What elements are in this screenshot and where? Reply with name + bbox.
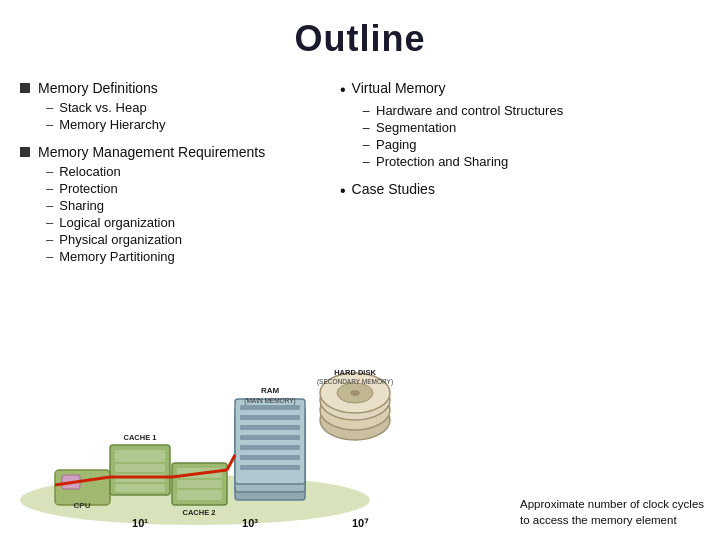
main-bullet-text-2: Memory Management Requirements bbox=[38, 144, 265, 160]
section-memory-definitions: Memory Definitions – Stack vs. Heap – Me… bbox=[20, 80, 330, 132]
cache1-label: CACHE 1 bbox=[124, 433, 157, 442]
svg-rect-5 bbox=[115, 464, 165, 472]
main-bullet-1: Memory Definitions bbox=[20, 80, 330, 96]
svg-rect-7 bbox=[115, 484, 165, 492]
sub-text-physical: Physical organization bbox=[59, 232, 182, 247]
right-dot-1: • bbox=[340, 80, 346, 99]
sub-text-protection: Protection bbox=[59, 181, 118, 196]
sub-text-sharing: Sharing bbox=[59, 198, 104, 213]
right-sub-protection: ‒ Protection and Sharing bbox=[362, 154, 710, 169]
main-bullet-text-1: Memory Definitions bbox=[38, 80, 158, 96]
dash-r: – bbox=[46, 164, 53, 179]
sub-text-relocation: Relocation bbox=[59, 164, 120, 179]
pow7-label: 10⁷ bbox=[352, 517, 369, 529]
svg-rect-14 bbox=[235, 399, 305, 484]
pow1-label: 10¹ bbox=[132, 517, 148, 529]
svg-rect-18 bbox=[240, 435, 300, 440]
sub-text-partitioning: Memory Partitioning bbox=[59, 249, 175, 264]
sub-item-stack: – Stack vs. Heap bbox=[46, 100, 330, 115]
dash-icon: – bbox=[46, 100, 53, 115]
right-main-text-1: Virtual Memory bbox=[352, 80, 446, 96]
section-case-studies: • Case Studies bbox=[340, 181, 710, 200]
right-dash-3: ‒ bbox=[362, 137, 370, 152]
svg-line-30 bbox=[227, 455, 235, 470]
svg-rect-21 bbox=[240, 465, 300, 470]
cpu-label: CPU bbox=[74, 501, 91, 510]
sub-item-protection: – Protection bbox=[46, 181, 330, 196]
sub-item-sharing: – Sharing bbox=[46, 198, 330, 213]
dash-s: – bbox=[46, 198, 53, 213]
slide-title: Outline bbox=[0, 0, 720, 70]
section-virtual-memory: • Virtual Memory ‒ Hardware and control … bbox=[340, 80, 710, 169]
svg-rect-4 bbox=[115, 450, 165, 462]
sub-text-logical: Logical organization bbox=[59, 215, 175, 230]
right-sub-segmentation: ‒ Segmentation bbox=[362, 120, 710, 135]
right-dash-4: ‒ bbox=[362, 154, 370, 169]
right-sub-text-protect: Protection and Sharing bbox=[376, 154, 508, 169]
ram-sub-label: (MAIN MEMORY) bbox=[244, 397, 296, 405]
memory-hierarchy-diagram: CPU CACHE 1 CACHE 2 bbox=[10, 315, 410, 530]
svg-rect-16 bbox=[240, 415, 300, 420]
section-memory-mgmt: Memory Management Requirements – Relocat… bbox=[20, 144, 330, 264]
main-bullet-2: Memory Management Requirements bbox=[20, 144, 330, 160]
right-dash-2: ‒ bbox=[362, 120, 370, 135]
sub-item-relocation: – Relocation bbox=[46, 164, 330, 179]
sub-text-stack: Stack vs. Heap bbox=[59, 100, 146, 115]
right-sub-text-seg: Segmentation bbox=[376, 120, 456, 135]
ram-blocks bbox=[235, 399, 305, 500]
sub-text-hierarchy: Memory Hierarchy bbox=[59, 117, 165, 132]
diagram-area: CPU CACHE 1 CACHE 2 bbox=[10, 315, 410, 530]
harddisk-sub-label: (SECONDARY MEMORY) bbox=[317, 378, 393, 386]
right-dash-1: ‒ bbox=[362, 103, 370, 118]
bullet-icon-1 bbox=[20, 83, 30, 93]
svg-rect-10 bbox=[177, 480, 222, 488]
dash-l: – bbox=[46, 215, 53, 230]
dash-p: – bbox=[46, 181, 53, 196]
sub-item-partitioning: – Memory Partitioning bbox=[46, 249, 330, 264]
right-bullet-case: • Case Studies bbox=[340, 181, 710, 200]
dash-icon-2: – bbox=[46, 117, 53, 132]
dash-ph: – bbox=[46, 232, 53, 247]
svg-rect-20 bbox=[240, 455, 300, 460]
slide: Outline Memory Definitions – Stack vs. H… bbox=[0, 0, 720, 540]
right-main-text-2: Case Studies bbox=[352, 181, 435, 197]
approx-text: Approximate number of clock cycles to ac… bbox=[520, 496, 710, 528]
sub-item-logical: – Logical organization bbox=[46, 215, 330, 230]
ram-label: RAM bbox=[261, 386, 280, 395]
pow3-label: 10³ bbox=[242, 517, 258, 529]
sub-item-physical: – Physical organization bbox=[46, 232, 330, 247]
svg-rect-17 bbox=[240, 425, 300, 430]
bullet-icon-2 bbox=[20, 147, 30, 157]
dash-pt: – bbox=[46, 249, 53, 264]
right-sub-hardware: ‒ Hardware and control Structures bbox=[362, 103, 710, 118]
svg-rect-19 bbox=[240, 445, 300, 450]
sub-item-hierarchy: – Memory Hierarchy bbox=[46, 117, 330, 132]
right-sub-paging: ‒ Paging bbox=[362, 137, 710, 152]
cache2-label: CACHE 2 bbox=[183, 508, 216, 517]
right-sub-text-paging: Paging bbox=[376, 137, 416, 152]
right-sub-text-hardware: Hardware and control Structures bbox=[376, 103, 563, 118]
right-dot-2: • bbox=[340, 181, 346, 200]
svg-point-27 bbox=[350, 390, 360, 396]
svg-rect-15 bbox=[240, 405, 300, 410]
svg-rect-11 bbox=[177, 490, 222, 500]
harddisk-label: HARD DISK bbox=[334, 368, 376, 377]
right-bullet-virtual: • Virtual Memory bbox=[340, 80, 710, 99]
